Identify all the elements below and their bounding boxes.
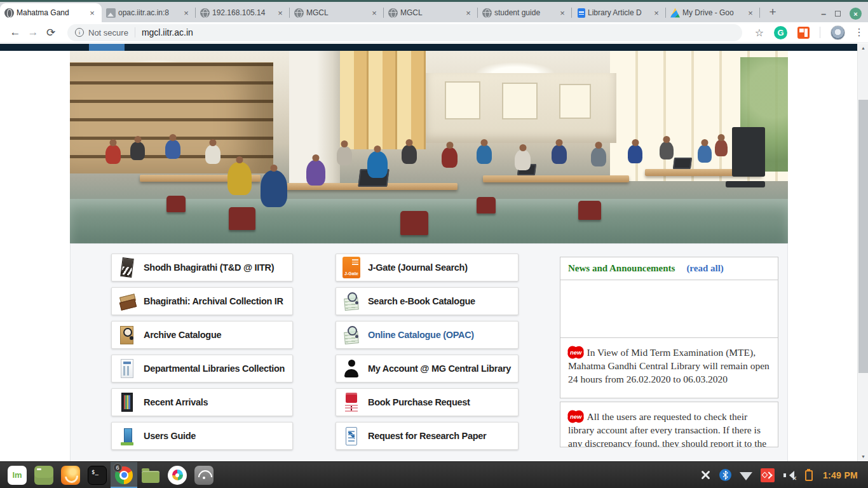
system-tray: 1:49 PM [700, 468, 864, 482]
page-top-navbar [0, 44, 857, 51]
desktop-icon [34, 466, 53, 485]
tab-close-icon[interactable] [369, 8, 379, 18]
globe-favicon [294, 8, 304, 18]
news-read-all-link[interactable]: (read all) [686, 263, 723, 274]
slack-launcher[interactable] [164, 462, 191, 488]
slack-icon [168, 466, 187, 485]
battery-icon[interactable] [805, 470, 813, 481]
tab-title: Mahatma Gand [17, 8, 85, 17]
book-search-icon [342, 324, 360, 346]
tab-close-icon[interactable] [87, 8, 97, 18]
anydesk-icon[interactable] [761, 468, 775, 482]
info-icon[interactable] [75, 28, 84, 37]
tab-ip-address[interactable]: 192.168.105.14 [196, 3, 290, 22]
button-label: Users Guide [144, 431, 196, 441]
link-departmental-libraries[interactable]: Departmental Libraries Collection [111, 355, 293, 383]
link-archive-catalogue[interactable]: Archive Catalogue [111, 321, 293, 349]
new-tab-button[interactable] [764, 3, 782, 21]
globe-favicon [482, 8, 492, 18]
tab-close-icon[interactable] [745, 8, 756, 18]
link-shodh-bhagirathi[interactable]: Shodh Bhagirathi (T&D @ IITR) [111, 254, 293, 281]
menu-icon[interactable] [854, 30, 858, 34]
photo-figures [70, 51, 788, 243]
tab-close-icon[interactable] [557, 8, 567, 18]
mint-menu-button[interactable] [4, 462, 31, 488]
link-request-research-paper[interactable]: Request for Research Paper [336, 422, 519, 450]
chrome-launcher[interactable]: 6 [111, 462, 137, 488]
star-icon[interactable] [755, 27, 764, 39]
link-recent-arrivals[interactable]: Recent Arrivals [111, 388, 293, 416]
browser-tab-strip: Mahatma Gand opac.iitr.ac.in:8 192.168.1… [0, 0, 868, 22]
close-icon[interactable] [850, 8, 862, 20]
news-header-box: News and Announcements (read all) [560, 257, 778, 338]
volume-muted-icon[interactable] [783, 470, 797, 481]
link-ebook-catalogue[interactable]: Search e-Book Catalogue [336, 287, 519, 315]
button-label: My Account @ MG Central Library [368, 363, 511, 374]
tab-my-drive[interactable]: My Drive - Goo [666, 3, 760, 22]
tab-mgcl-1[interactable]: MGCL [290, 3, 384, 22]
news-panel: News and Announcements (read all) newIn … [560, 257, 778, 447]
gdocs-favicon [578, 8, 585, 18]
reload-icon[interactable]: ⟳ [42, 26, 60, 39]
wifi-settings-launcher[interactable] [191, 462, 217, 488]
scroll-down-arrow[interactable]: ▼ [858, 452, 868, 461]
scroll-up-arrow[interactable]: ▲ [858, 44, 868, 53]
kiosk-icon [118, 425, 136, 447]
firefox-launcher[interactable] [57, 462, 84, 488]
link-book-purchase-request[interactable]: Book Purchase Request [336, 388, 519, 416]
button-label: Search e-Book Catalogue [368, 296, 475, 306]
show-desktop-button[interactable] [31, 462, 57, 488]
extension-icon[interactable] [797, 27, 810, 39]
new-badge: new [568, 348, 583, 356]
wifi-settings-icon [194, 466, 214, 485]
files-icon [142, 471, 159, 483]
link-users-guide[interactable]: Users Guide [111, 422, 293, 450]
tab-close-icon[interactable] [181, 8, 191, 18]
bluetooth-icon[interactable] [719, 469, 731, 481]
security-label: Not secure [88, 28, 128, 37]
back-icon[interactable]: ← [6, 26, 24, 39]
vertical-scrollbar[interactable]: ▲ ▼ [857, 44, 868, 461]
tab-mgcl-2[interactable]: MGCL [384, 3, 478, 22]
news-item: newIn View of Mid Term Examination (MTE)… [560, 337, 778, 398]
restore-icon[interactable] [835, 11, 841, 17]
news-item: newAll the users are requested to check … [560, 402, 778, 447]
tab-opac[interactable]: opac.iitr.ac.in:8 [102, 3, 196, 22]
tab-mahatma-gandhi[interactable]: Mahatma Gand [0, 3, 102, 22]
minimize-icon[interactable] [821, 9, 826, 19]
divider [820, 27, 820, 38]
url-text: mgcl.iitr.ac.in [142, 27, 193, 37]
tab-title: 192.168.105.14 [212, 8, 273, 17]
tab-close-icon[interactable] [463, 8, 473, 18]
grammarly-icon[interactable] [774, 26, 787, 39]
tab-close-icon[interactable] [275, 8, 285, 18]
taskbar-clock[interactable]: 1:49 PM [823, 470, 858, 480]
tab-library-article[interactable]: Library Article D [572, 3, 666, 22]
wifi-icon[interactable] [740, 472, 752, 480]
archive-box-icon [118, 290, 136, 312]
profile-avatar[interactable] [831, 25, 845, 40]
tab-title: MGCL [400, 8, 461, 17]
button-label: Archive Catalogue [144, 330, 221, 340]
link-jgate[interactable]: J-Gate (Journal Search) [336, 254, 519, 281]
globe-favicon [4, 8, 14, 18]
link-bhagirathi-archival[interactable]: Bhagirathi: Archival Collection IR [111, 287, 293, 315]
link-online-catalogue-opac[interactable]: Online Catalogue (OPAC) [336, 321, 519, 349]
book-search-icon [342, 290, 360, 312]
terminal-launcher[interactable] [84, 462, 111, 488]
tab-student-guide[interactable]: student guide [478, 3, 572, 22]
tab-title: opac.iitr.ac.in:8 [118, 8, 179, 17]
forward-icon[interactable]: → [24, 26, 42, 39]
address-bar[interactable]: Not secure mgcl.iitr.ac.in [67, 24, 742, 41]
link-my-account[interactable]: My Account @ MG Central Library [336, 355, 519, 383]
button-label: Recent Arrivals [144, 397, 208, 407]
web-page: Shodh Bhagirathi (T&D @ IITR) Bhagirathi… [0, 44, 857, 461]
files-launcher[interactable] [137, 462, 164, 488]
news-item-text: All the users are requested to check the… [568, 411, 766, 447]
tab-close-icon[interactable] [651, 8, 661, 18]
terminal-icon [88, 466, 107, 485]
thesis-book-icon [118, 257, 136, 278]
scrollbar-thumb[interactable] [858, 100, 868, 373]
globe-favicon [200, 8, 210, 18]
slack-tray-icon[interactable] [698, 467, 713, 482]
